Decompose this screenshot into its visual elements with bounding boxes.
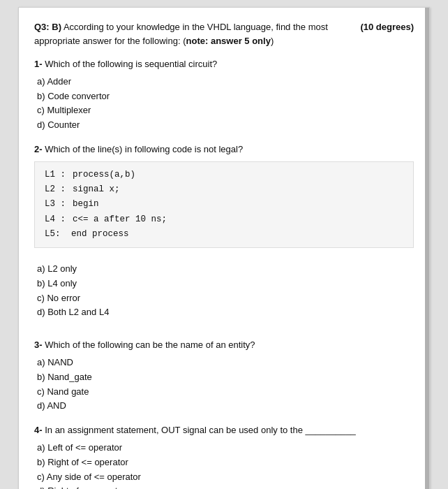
- q4-option-d: d) Right of := operator: [37, 484, 414, 489]
- question-3: 3- Which of the following can be the nam…: [34, 338, 414, 414]
- question-1: 1- Which of the following is sequential …: [34, 57, 414, 133]
- code-content-2: signal x;: [73, 182, 120, 197]
- q2-option-c: c) No error: [37, 291, 414, 306]
- spacer-2: [34, 330, 414, 338]
- code-label-1: L1 :: [45, 168, 66, 182]
- code-label-2: L2 :: [45, 182, 66, 197]
- q3-option-d: d) AND: [37, 399, 414, 414]
- q2-option-b: b) L4 only: [37, 277, 414, 291]
- code-line-2: L2 : signal x;: [45, 182, 403, 197]
- q1-number: 1-: [34, 59, 43, 69]
- code-line-4: L4 : c<= a after 10 ns;: [45, 212, 403, 227]
- question-header: Q3: B) According to your knowledge in th…: [34, 20, 414, 48]
- q1-title: 1- Which of the following is sequential …: [34, 57, 414, 72]
- question-2: 2- Which of the line(s) in following cod…: [34, 143, 414, 320]
- q-close: ): [271, 36, 274, 46]
- q2-title: 2- Which of the line(s) in following cod…: [34, 143, 414, 157]
- code-line-3: L3 : begin: [45, 197, 403, 212]
- q4-option-b: b) Right of <= operator: [37, 455, 414, 470]
- q1-option-b: b) Code convertor: [37, 89, 414, 104]
- q3-option-c: c) Nand gate: [37, 385, 414, 400]
- code-line-1: L1 : process(a,b): [45, 168, 403, 182]
- code-content-4: c<= a after 10 ns;: [73, 212, 167, 227]
- q3-option-a: a) NAND: [37, 356, 414, 370]
- spacer-1: [34, 254, 414, 262]
- code-line-5: L5: end process: [45, 227, 403, 242]
- q3-option-b: b) Nand_gate: [37, 370, 414, 385]
- q4-option-c: c) Any side of <= operator: [37, 470, 414, 485]
- question-4: 4- In an assignment statement, OUT signa…: [34, 423, 414, 489]
- header-left: Q3: B) According to your knowledge in th…: [34, 20, 353, 48]
- q2-number: 2-: [34, 144, 43, 154]
- border-decoration: [425, 8, 429, 489]
- q4-number: 4-: [34, 425, 43, 435]
- q1-text: Which of the following is sequential cir…: [43, 59, 218, 69]
- q1-option-c: c) Multiplexer: [37, 103, 414, 118]
- q3-title: 3- Which of the following can be the nam…: [34, 338, 414, 353]
- code-content-3: begin: [73, 197, 99, 212]
- q1-option-a: a) Adder: [37, 75, 414, 89]
- q3-number: 3-: [34, 340, 43, 350]
- q2-option-a: a) L2 only: [37, 262, 414, 277]
- q4-option-a: a) Left of <= operator: [37, 441, 414, 455]
- q-label: Q3: B): [34, 22, 61, 32]
- code-block: L1 : process(a,b) L2 : signal x; L3 : be…: [34, 161, 414, 248]
- code-label-4: L4 :: [45, 212, 66, 227]
- q4-text: In an assignment statement, OUT signal c…: [43, 425, 356, 435]
- page-container: Q3: B) According to your knowledge in th…: [18, 7, 430, 489]
- q4-title: 4- In an assignment statement, OUT signa…: [34, 423, 414, 438]
- code-label-5: L5:: [45, 227, 64, 242]
- code-label-3: L3 :: [45, 197, 66, 212]
- q2-text: Which of the line(s) in following code i…: [43, 144, 244, 154]
- q-text: According to your knowledge in the VHDL …: [34, 22, 328, 46]
- q3-text: Which of the following can be the name o…: [43, 340, 255, 350]
- q-points: (10 degrees): [360, 20, 414, 34]
- code-content-1: process(a,b): [73, 168, 135, 182]
- q-bold-note: note: answer 5 only: [186, 36, 271, 46]
- q1-option-d: d) Counter: [37, 118, 414, 133]
- code-content-5: end process: [71, 227, 129, 242]
- q2-option-d: d) Both L2 and L4: [37, 305, 414, 320]
